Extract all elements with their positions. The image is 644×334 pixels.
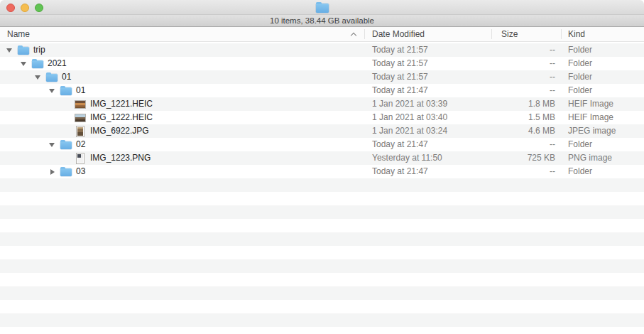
folder-icon	[60, 141, 72, 149]
name-cell: IMG_1223.PNG	[0, 151, 364, 165]
table-row[interactable]: IMG_1221.HEIC 1 Jan 2021 at 03:39 1.8 MB…	[0, 97, 644, 111]
column-header-size[interactable]: Size	[501, 27, 518, 41]
name-cell: IMG_6922.JPG	[0, 124, 364, 138]
name-cell: 02	[0, 138, 364, 151]
status-bar: 10 items, 38.44 GB available	[0, 15, 644, 27]
table-row[interactable]: 2021 Today at 21:57 -- Folder	[0, 57, 644, 70]
column-header-date-modified[interactable]: Date Modified	[372, 27, 425, 41]
file-name: trip	[33, 43, 45, 57]
disclosure-spacer	[62, 151, 75, 165]
folder-icon	[18, 47, 29, 55]
column-divider[interactable]	[364, 29, 365, 39]
finder-window: 10 items, 38.44 GB available Name Date M…	[0, 0, 644, 334]
size-cell: --	[491, 165, 561, 178]
column-header-kind[interactable]: Kind	[568, 27, 585, 41]
folder-icon	[60, 87, 72, 95]
screenshot-thumbnail-portrait	[76, 153, 84, 164]
kind-cell: Folder	[561, 43, 644, 57]
date-modified-cell: Today at 21:57	[364, 70, 491, 84]
column-header-row: Name Date Modified Size Kind	[0, 27, 644, 42]
table-row[interactable]: IMG_1222.HEIC 1 Jan 2021 at 03:40 1.5 MB…	[0, 111, 644, 124]
disclosure-triangle[interactable]	[48, 138, 60, 151]
size-cell: --	[491, 138, 561, 151]
file-name: 01	[62, 70, 71, 84]
table-row[interactable]: 03 Today at 21:47 -- Folder	[0, 165, 644, 178]
size-cell: 1.5 MB	[491, 111, 561, 124]
disclosure-triangle[interactable]	[48, 165, 60, 178]
file-name: 02	[76, 138, 85, 151]
kind-cell: HEIF Image	[561, 97, 644, 111]
date-modified-cell: 1 Jan 2021 at 03:39	[364, 97, 491, 111]
kind-cell: HEIF Image	[561, 111, 644, 124]
file-name: 01	[76, 84, 85, 97]
disclosure-spacer	[62, 111, 75, 124]
kind-cell: JPEG image	[561, 124, 644, 138]
file-name: 2021	[48, 57, 67, 70]
table-row[interactable]: 02 Today at 21:47 -- Folder	[0, 138, 644, 151]
table-row[interactable]: IMG_6922.JPG 1 Jan 2021 at 03:24 4.6 MB …	[0, 124, 644, 138]
name-cell: 2021	[0, 57, 364, 70]
date-modified-cell: Today at 21:47	[364, 138, 491, 151]
folder-icon	[46, 74, 58, 82]
name-cell: 03	[0, 165, 364, 178]
file-name: IMG_1222.HEIC	[90, 111, 153, 124]
disclosure-spacer	[62, 97, 75, 111]
folder-icon	[32, 60, 43, 68]
column-header-name[interactable]: Name	[7, 27, 30, 41]
size-cell: 4.6 MB	[491, 124, 561, 138]
name-cell: 01	[0, 84, 364, 97]
table-row[interactable]: 01 Today at 21:47 -- Folder	[0, 84, 644, 97]
kind-cell: Folder	[561, 57, 644, 70]
name-cell: IMG_1221.HEIC	[0, 97, 364, 111]
chevron-up-icon	[351, 33, 356, 38]
size-cell: --	[491, 57, 561, 70]
file-name: IMG_6922.JPG	[90, 124, 149, 138]
date-modified-cell: Today at 21:47	[364, 165, 491, 178]
name-cell: trip	[0, 43, 364, 57]
date-modified-cell: 1 Jan 2021 at 03:40	[364, 111, 491, 124]
table-row[interactable]: trip Today at 21:57 -- Folder	[0, 43, 644, 57]
kind-cell: Folder	[561, 165, 644, 178]
kind-cell: Folder	[561, 84, 644, 97]
table-row[interactable]: 01 Today at 21:57 -- Folder	[0, 70, 644, 84]
size-cell: --	[491, 70, 561, 84]
date-modified-cell: Yesterday at 11:50	[364, 151, 491, 165]
status-text: 10 items, 38.44 GB available	[270, 16, 374, 25]
file-name: IMG_1223.PNG	[90, 151, 151, 165]
table-row[interactable]: IMG_1223.PNG Yesterday at 11:50 725 KB P…	[0, 151, 644, 165]
kind-cell: PNG image	[561, 151, 644, 165]
file-name: IMG_1221.HEIC	[90, 97, 153, 111]
disclosure-triangle[interactable]	[6, 43, 18, 57]
name-cell: 01	[0, 70, 364, 84]
photo-thumbnail-portrait	[76, 126, 84, 137]
date-modified-cell: Today at 21:57	[364, 43, 491, 57]
size-cell: 725 KB	[491, 151, 561, 165]
folder-icon	[60, 168, 72, 176]
disclosure-triangle[interactable]	[48, 84, 60, 97]
disclosure-triangle[interactable]	[34, 70, 46, 84]
photo-thumbnail-warm	[75, 100, 86, 109]
photo-thumbnail-sky	[75, 114, 86, 122]
size-cell: --	[491, 43, 561, 57]
date-modified-cell: Today at 21:57	[364, 57, 491, 70]
file-name: 03	[76, 165, 85, 178]
folder-icon[interactable]	[316, 4, 329, 13]
size-cell: 1.8 MB	[491, 97, 561, 111]
size-cell: --	[491, 84, 561, 97]
column-divider[interactable]	[561, 29, 562, 39]
kind-cell: Folder	[561, 138, 644, 151]
name-cell: IMG_1222.HEIC	[0, 111, 364, 124]
date-modified-cell: Today at 21:47	[364, 84, 491, 97]
date-modified-cell: 1 Jan 2021 at 03:24	[364, 124, 491, 138]
file-list: trip Today at 21:57 -- Folder 2021 Today…	[0, 43, 644, 334]
disclosure-triangle[interactable]	[20, 57, 32, 70]
title-bar[interactable]	[0, 0, 644, 15]
disclosure-spacer	[62, 124, 75, 138]
kind-cell: Folder	[561, 70, 644, 84]
column-divider[interactable]	[491, 29, 492, 39]
